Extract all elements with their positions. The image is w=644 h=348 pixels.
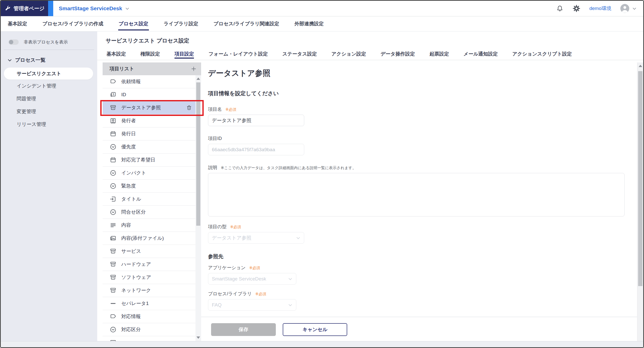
sidebar: 非表示プロセスを表示 プロセス一覧 サービスリクエストインシデント管理問題管理変… <box>1 31 97 341</box>
tag-icon <box>110 78 117 85</box>
item-list-header: 項目リスト <box>103 62 201 75</box>
item-list-scrollbar[interactable] <box>195 75 201 341</box>
process-settings-tab[interactable]: 起票設定 <box>429 48 449 60</box>
scrollbar-thumb[interactable] <box>196 82 200 226</box>
accent-strip <box>48 1 53 16</box>
item-list-row[interactable]: サービス <box>103 245 201 258</box>
item-name-label-row: 項目名 ※必須 <box>208 106 633 112</box>
archive-icon <box>110 287 117 294</box>
scroll-down-icon[interactable] <box>197 336 200 339</box>
global-tab[interactable]: プロセス設定 <box>119 16 148 31</box>
global-tab[interactable]: プロセス/ライブラリの作成 <box>42 16 103 31</box>
item-list-row[interactable]: 1ID <box>103 88 201 101</box>
item-list-row[interactable]: ソフトウェア <box>103 271 201 284</box>
item-row-label: 対応区分 <box>121 326 141 333</box>
item-row-label: 問合せ区分 <box>121 209 146 215</box>
global-tab[interactable]: 外部連携設定 <box>294 16 324 31</box>
process-settings-tab[interactable]: 権限設定 <box>140 48 160 60</box>
reference-section-title: 参照先 <box>208 253 633 260</box>
item-list-row[interactable]: 内容 <box>103 219 201 232</box>
item-list-row[interactable]: 発行日 <box>103 127 201 140</box>
item-list-row[interactable] <box>103 336 201 341</box>
item-row-label: 発行日 <box>121 130 136 137</box>
required-badge: ※必須 <box>225 107 236 112</box>
process-settings-tab[interactable]: フォーム・レイアウト設定 <box>209 48 268 60</box>
process-settings-tab[interactable]: メール通知設定 <box>463 48 498 60</box>
environment-label: demo環境 <box>589 5 611 12</box>
admin-page-label: 管理者ページ <box>14 5 45 12</box>
account-menu[interactable] <box>620 4 637 13</box>
item-row-label: ネットワーク <box>121 287 151 294</box>
global-tab[interactable]: プロセス/ライブラリ関連設定 <box>214 16 279 31</box>
item-list-row[interactable]: 対応情報 <box>103 310 201 323</box>
process-library-label-row: プロセス/ライブラリ ※必須 <box>208 291 633 297</box>
item-row-label: ソフトウェア <box>121 274 151 281</box>
app-switcher[interactable]: SmartStage ServiceDesk <box>59 5 129 12</box>
admin-page-badge[interactable]: 管理者ページ <box>1 1 48 16</box>
plus-icon[interactable] <box>190 66 197 72</box>
chevron-down-icon <box>288 303 292 307</box>
sidebar-process-item[interactable]: サービスリクエスト <box>4 68 93 80</box>
item-list-row[interactable]: 依頼情報 <box>103 75 201 88</box>
item-list-row[interactable]: 緊急度 <box>103 180 201 193</box>
hidden-process-toggle[interactable] <box>8 39 19 45</box>
sidebar-process-item[interactable]: 問題管理 <box>1 92 97 105</box>
detail-subheading: 項目情報を設定してください <box>208 90 633 97</box>
image-icon <box>110 235 117 242</box>
archive-icon <box>110 248 117 255</box>
calendar-icon <box>110 156 117 164</box>
gear-icon[interactable] <box>572 4 581 13</box>
process-settings-tab[interactable]: 項目設定 <box>174 48 194 60</box>
id-icon: 1 <box>110 91 117 98</box>
item-name-input[interactable] <box>208 115 304 126</box>
item-list-row[interactable]: ネットワーク <box>103 284 201 297</box>
select-circle-icon <box>110 143 117 150</box>
scrollbar-thumb[interactable] <box>638 71 642 286</box>
scroll-up-icon[interactable] <box>639 65 642 67</box>
item-list-row[interactable]: インパクト <box>103 167 201 180</box>
sidebar-process-item[interactable]: インシデント管理 <box>1 80 97 92</box>
bottom-strip <box>1 341 643 347</box>
arrow-box-icon <box>110 195 117 203</box>
item-list-row[interactable]: 問合せ区分 <box>103 206 201 219</box>
select-circle-icon <box>110 326 117 333</box>
chevron-down-icon <box>125 6 129 11</box>
item-row-label: タイトル <box>121 196 141 202</box>
chevron-down-icon <box>632 6 637 11</box>
item-list-row[interactable]: セパレータ1 <box>103 297 201 310</box>
global-tab[interactable]: 基本設定 <box>8 16 27 31</box>
item-list-row[interactable]: 優先度 <box>103 140 201 154</box>
item-list-row[interactable]: 対応区分 <box>103 323 201 336</box>
sidebar-process-item[interactable]: 変更管理 <box>1 105 97 118</box>
trash-icon[interactable] <box>186 104 192 111</box>
item-type-label-row: 項目の型 ※必須 <box>208 224 633 230</box>
save-button[interactable]: 保存 <box>211 323 276 336</box>
process-list-section[interactable]: プロセス一覧 <box>7 57 97 63</box>
process-settings-tab[interactable]: ステータス設定 <box>282 48 317 60</box>
sidebar-process-item[interactable]: リリース管理 <box>1 118 97 131</box>
scroll-up-icon[interactable] <box>197 78 200 80</box>
bell-icon[interactable] <box>556 5 564 12</box>
detail-scrollbar[interactable] <box>637 62 643 341</box>
svg-text:1: 1 <box>113 93 114 96</box>
required-badge: ※必須 <box>230 225 241 230</box>
process-settings-tab[interactable]: アクションスクリプト設定 <box>512 48 572 60</box>
item-list-row[interactable]: データストア参照 <box>103 101 201 114</box>
process-settings-tab[interactable]: 基本設定 <box>106 48 126 60</box>
required-badge: ※必須 <box>255 292 266 297</box>
item-list-row[interactable]: 発行者 <box>103 114 201 127</box>
cancel-button[interactable]: キャンセル <box>283 323 347 336</box>
item-row-label: セパレータ1 <box>121 300 149 307</box>
process-list-title: プロセス一覧 <box>15 57 46 63</box>
item-list-row[interactable]: ハードウェア <box>103 258 201 271</box>
process-settings-tab[interactable]: アクション設定 <box>331 48 366 60</box>
item-list-row[interactable]: 内容(添付ファイル) <box>103 232 201 245</box>
item-row-label: 対応情報 <box>121 313 141 320</box>
process-settings-tab[interactable]: データ操作設定 <box>381 48 415 60</box>
global-tab[interactable]: ライブラリ設定 <box>164 16 198 31</box>
item-list-row[interactable]: 対応完了希望日 <box>103 154 201 167</box>
item-row-label: サービス <box>121 248 141 255</box>
item-rows: 依頼情報1IDデータストア参照発行者発行日優先度対応完了希望日インパクト緊急度タ… <box>103 75 201 341</box>
description-textarea[interactable] <box>208 173 625 216</box>
item-list-row[interactable]: タイトル <box>103 193 201 206</box>
